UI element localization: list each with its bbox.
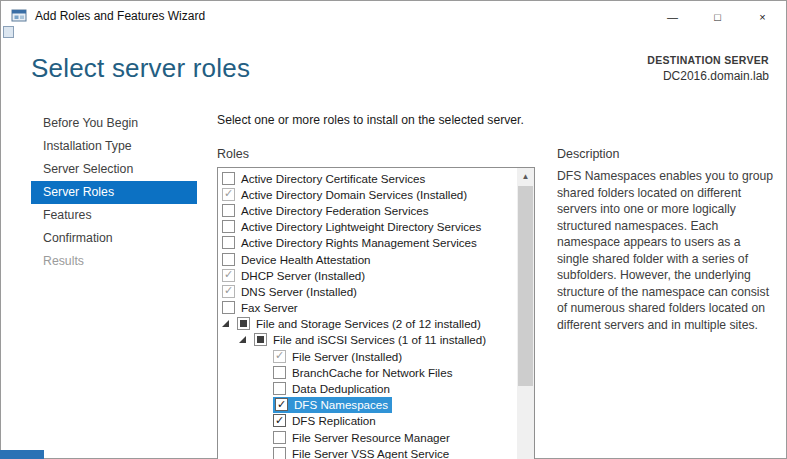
sidebar-item-features[interactable]: Features [31,204,197,227]
role-checkbox[interactable] [273,414,286,427]
destination-server-block: DESTINATION SERVER DC2016.domain.lab [647,54,769,83]
sidebar-item-server-selection[interactable]: Server Selection [31,158,197,181]
role-label: Fax Server [241,301,298,314]
role-label: Active Directory Federation Services [241,204,429,217]
role-row[interactable]: File Server VSS Agent Service [218,445,517,459]
role-label: File and Storage Services (2 of 12 insta… [256,317,481,330]
role-checkbox[interactable] [275,398,288,411]
close-button[interactable]: × [740,2,785,31]
role-checkbox[interactable] [237,317,250,330]
role-label: BranchCache for Network Files [292,366,452,379]
selected-role-highlight[interactable]: DFS Namespaces [273,397,392,413]
role-label: Device Health Attestation [241,253,371,266]
role-checkbox[interactable] [273,350,286,363]
role-row[interactable]: File and iSCSI Services (1 of 11 install… [218,332,517,348]
role-label: Data Deduplication [292,382,390,395]
expanded-triangle-icon[interactable] [222,320,229,327]
titlebar: Add Roles and Features Wizard — □ × [1,1,786,31]
role-label: Active Directory Rights Management Servi… [241,236,477,249]
role-row[interactable]: File Server (Installed) [218,348,517,364]
instruction-text: Select one or more roles to install on t… [217,113,524,127]
role-checkbox[interactable] [222,188,235,201]
wizard-window: Add Roles and Features Wizard — □ × Sele… [0,0,787,459]
role-checkbox[interactable] [222,220,235,233]
role-row[interactable]: Active Directory Certificate Services [218,170,517,186]
role-checkbox[interactable] [222,236,235,249]
role-row[interactable]: Device Health Attestation [218,251,517,267]
scroll-up-arrow-icon[interactable]: ▲ [517,168,534,185]
role-row[interactable]: Active Directory Domain Services (Instal… [218,186,517,202]
role-row[interactable]: BranchCache for Network Files [218,364,517,380]
maximize-button[interactable]: □ [695,2,740,31]
role-row[interactable]: Active Directory Lightweight Directory S… [218,219,517,235]
description-text: DFS Namespaces enables you to group shar… [557,168,775,333]
sidebar: Before You BeginInstallation TypeServer … [31,112,197,273]
expanded-triangle-icon[interactable] [239,336,246,343]
role-label: DHCP Server (Installed) [241,269,365,282]
role-row[interactable]: File and Storage Services (2 of 12 insta… [218,316,517,332]
role-checkbox[interactable] [222,172,235,185]
role-checkbox[interactable] [273,447,286,459]
taskbar-fragment [0,450,44,459]
role-label: Active Directory Domain Services (Instal… [241,188,467,201]
role-label: File Server (Installed) [292,350,402,363]
role-checkbox[interactable] [273,431,286,444]
roles-list-label: Roles [217,147,249,161]
role-checkbox[interactable] [222,301,235,314]
scrollbar-thumb[interactable] [518,186,533,386]
sidebar-item-before-you-begin[interactable]: Before You Begin [31,112,197,135]
role-row[interactable]: Active Directory Rights Management Servi… [218,235,517,251]
role-label: File Server Resource Manager [292,431,450,444]
page-title: Select server roles [31,53,250,84]
role-label: File Server VSS Agent Service [292,447,449,459]
destination-server-label: DESTINATION SERVER [647,54,769,66]
role-row[interactable]: DFS Replication [218,413,517,429]
role-row[interactable]: DFS Namespaces [218,397,517,413]
sidebar-item-installation-type[interactable]: Installation Type [31,135,197,158]
roles-list[interactable]: Active Directory Certificate ServicesAct… [217,167,535,459]
role-row[interactable]: DNS Server (Installed) [218,283,517,299]
role-row[interactable]: File Server Resource Manager [218,429,517,445]
role-row[interactable]: Fax Server [218,300,517,316]
roles-list-inner: Active Directory Certificate ServicesAct… [218,170,517,459]
role-row[interactable]: Active Directory Federation Services [218,202,517,218]
destination-server-value: DC2016.domain.lab [647,69,769,83]
wizard-window-icon [11,8,27,24]
role-label: Active Directory Lightweight Directory S… [241,220,481,233]
role-label: Active Directory Certificate Services [241,172,425,185]
role-checkbox[interactable] [222,204,235,217]
role-checkbox[interactable] [222,253,235,266]
role-label: DNS Server (Installed) [241,285,357,298]
roles-scrollbar[interactable]: ▲ [517,168,534,459]
role-label: File and iSCSI Services (1 of 11 install… [273,333,486,346]
role-label: DFS Replication [292,414,376,427]
role-checkbox[interactable] [273,366,286,379]
role-label: DFS Namespaces [294,398,388,411]
description-heading: Description [557,147,620,161]
sidebar-item-confirmation[interactable]: Confirmation [31,227,197,250]
role-row[interactable]: DHCP Server (Installed) [218,267,517,283]
minimize-button[interactable]: — [650,2,695,31]
sidebar-item-results: Results [31,250,197,273]
role-checkbox[interactable] [273,382,286,395]
window-controls: — □ × [650,2,785,31]
window-title: Add Roles and Features Wizard [35,9,205,23]
role-checkbox[interactable] [222,285,235,298]
role-checkbox[interactable] [222,269,235,282]
sidebar-item-server-roles[interactable]: Server Roles [31,181,197,204]
background-app-icon [3,26,14,38]
role-checkbox[interactable] [254,333,267,346]
role-row[interactable]: Data Deduplication [218,380,517,396]
